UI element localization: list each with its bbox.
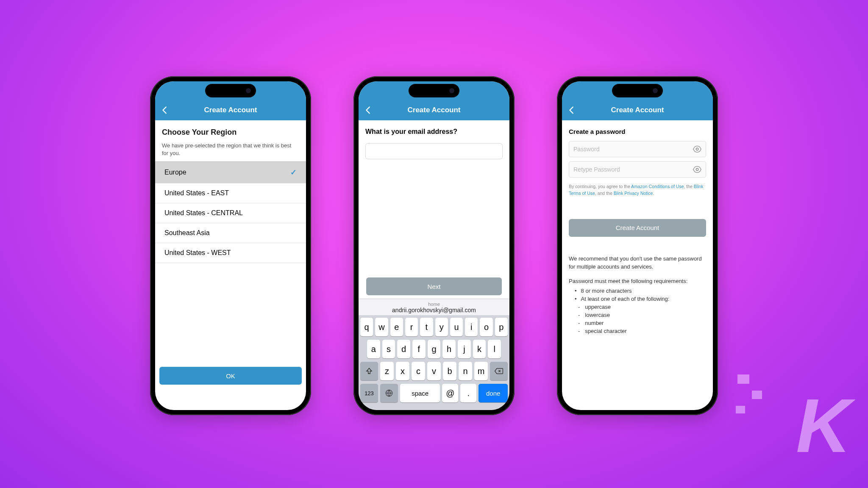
- backspace-key[interactable]: [490, 362, 508, 380]
- back-button[interactable]: [160, 105, 170, 115]
- globe-key[interactable]: [380, 384, 398, 402]
- shift-key[interactable]: [360, 362, 378, 380]
- key-f[interactable]: f: [412, 340, 426, 358]
- chevron-left-icon: [160, 105, 170, 115]
- key-o[interactable]: o: [480, 318, 492, 336]
- key-p[interactable]: p: [495, 318, 508, 336]
- page-subtext: We have pre-selected the region that we …: [162, 142, 299, 157]
- page-title: Create a password: [569, 128, 706, 135]
- key-r[interactable]: r: [405, 318, 418, 336]
- dynamic-island: [409, 84, 459, 97]
- svg-point-1: [696, 148, 698, 150]
- eye-icon: [693, 165, 702, 174]
- toggle-retype-visibility[interactable]: [693, 165, 702, 174]
- region-label: United States - WEST: [164, 249, 231, 257]
- link-blink-privacy[interactable]: Blink Privacy Notice: [614, 191, 653, 196]
- svg-point-2: [696, 168, 698, 171]
- requirements-sublist: uppercase lowercase number special chara…: [569, 304, 706, 336]
- req-item: At least one of each of the following:: [575, 296, 706, 302]
- numbers-key[interactable]: 123: [360, 384, 378, 402]
- phone-region: Create Account Choose Your Region We hav…: [150, 76, 311, 415]
- sub-req-item: special character: [578, 328, 706, 334]
- header-title: Create Account: [364, 106, 504, 114]
- toggle-password-visibility[interactable]: [693, 144, 702, 154]
- key-c[interactable]: c: [412, 362, 425, 380]
- key-s[interactable]: s: [382, 340, 395, 358]
- page-title: Choose Your Region: [162, 128, 299, 137]
- region-item-us-east[interactable]: United States - EAST: [155, 183, 306, 203]
- done-key[interactable]: done: [479, 384, 508, 402]
- region-label: Southeast Asia: [164, 229, 210, 237]
- link-amazon-conditions[interactable]: Amazon Conditions of Use: [631, 184, 684, 189]
- region-item-us-central[interactable]: United States - CENTRAL: [155, 203, 306, 223]
- recommendation-text: We recommend that you don't use the same…: [569, 255, 706, 271]
- autofill-suggestion[interactable]: home andrii.gorokhovskyi@gmail.com: [359, 299, 509, 315]
- key-k[interactable]: k: [473, 340, 486, 358]
- globe-icon: [385, 389, 393, 397]
- ok-button[interactable]: OK: [159, 367, 302, 385]
- region-item-us-west[interactable]: United States - WEST: [155, 243, 306, 263]
- dynamic-island: [612, 84, 663, 97]
- chevron-left-icon: [364, 105, 373, 115]
- chevron-left-icon: [567, 105, 576, 115]
- space-key[interactable]: space: [400, 384, 440, 402]
- key-d[interactable]: d: [397, 340, 410, 358]
- region-label: Europe: [164, 169, 186, 176]
- password-input[interactable]: [569, 141, 706, 157]
- key-j[interactable]: j: [458, 340, 471, 358]
- phone-email: Create Account What is your email addres…: [353, 76, 515, 415]
- email-input[interactable]: [365, 143, 503, 159]
- retype-password-input[interactable]: [569, 161, 706, 177]
- key-h[interactable]: h: [442, 340, 456, 358]
- backspace-icon: [494, 367, 504, 375]
- key-l[interactable]: l: [488, 340, 501, 358]
- shift-icon: [365, 367, 373, 375]
- back-button[interactable]: [364, 105, 373, 115]
- key-i[interactable]: i: [465, 318, 478, 336]
- region-list: Europe ✓ United States - EAST United Sta…: [155, 161, 306, 263]
- watermark-k-logo: K: [796, 382, 847, 469]
- sub-req-item: number: [578, 320, 706, 326]
- next-button[interactable]: Next: [366, 277, 502, 295]
- header-title: Create Account: [568, 106, 707, 114]
- requirements-title: Password must meet the following require…: [569, 278, 706, 284]
- phone-password: Create Account Create a password: [557, 76, 718, 415]
- create-account-button[interactable]: Create Account: [569, 219, 706, 237]
- email-prompt: What is your email address?: [365, 128, 503, 136]
- region-item-europe[interactable]: Europe ✓: [155, 161, 306, 183]
- watermark-dots: [737, 374, 762, 420]
- sub-req-item: lowercase: [578, 312, 706, 318]
- key-y[interactable]: y: [435, 318, 448, 336]
- req-item: 8 or more characters: [575, 288, 706, 294]
- dot-key[interactable]: .: [460, 384, 476, 402]
- key-t[interactable]: t: [420, 318, 433, 336]
- sub-req-item: uppercase: [578, 304, 706, 310]
- key-b[interactable]: b: [443, 362, 456, 380]
- region-label: United States - CENTRAL: [164, 209, 243, 217]
- legal-text: By continuing, you agree to the Amazon C…: [569, 183, 706, 197]
- eye-icon: [693, 144, 702, 154]
- key-e[interactable]: e: [390, 318, 403, 336]
- requirements-list: 8 or more characters At least one of eac…: [569, 288, 706, 304]
- key-w[interactable]: w: [375, 318, 388, 336]
- key-z[interactable]: z: [380, 362, 394, 380]
- key-x[interactable]: x: [396, 362, 409, 380]
- dynamic-island: [205, 84, 256, 97]
- region-item-southeast-asia[interactable]: Southeast Asia: [155, 223, 306, 243]
- key-n[interactable]: n: [459, 362, 472, 380]
- region-label: United States - EAST: [164, 189, 229, 197]
- keyboard: qwertyuiop asdfghjkl zxcvbnm 123: [359, 315, 509, 410]
- suggestion-value: andrii.gorokhovskyi@gmail.com: [359, 307, 509, 313]
- key-m[interactable]: m: [474, 362, 488, 380]
- key-g[interactable]: g: [428, 340, 441, 358]
- header-title: Create Account: [161, 106, 300, 114]
- suggestion-label: home: [359, 302, 509, 307]
- key-a[interactable]: a: [367, 340, 380, 358]
- back-button[interactable]: [567, 105, 576, 115]
- check-icon: ✓: [290, 168, 297, 177]
- key-u[interactable]: u: [450, 318, 463, 336]
- key-q[interactable]: q: [360, 318, 373, 336]
- key-v[interactable]: v: [427, 362, 441, 380]
- at-key[interactable]: @: [442, 384, 458, 402]
